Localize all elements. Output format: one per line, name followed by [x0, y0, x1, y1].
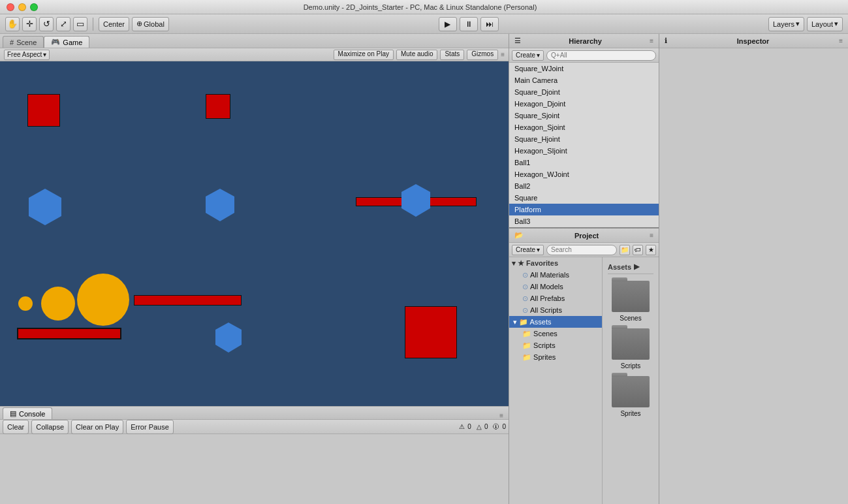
project-subfolder-item[interactable]: 📁 Scripts: [509, 339, 602, 351]
asset-item[interactable]: Sprites: [608, 376, 653, 417]
hierarchy-project-column: ☰ Hierarchy ≡ Create ▾ Square_WJointMain…: [509, 34, 659, 504]
fullscreen-button[interactable]: [30, 3, 38, 11]
tab-scene[interactable]: # Scene: [3, 36, 44, 48]
pause-button[interactable]: ⏸: [460, 17, 478, 31]
maximize-on-play-button[interactable]: Maximize on Play: [334, 50, 394, 60]
step-button[interactable]: ⏭: [480, 17, 499, 31]
red-square-2: [206, 94, 230, 119]
move-tool-button[interactable]: ✛: [22, 17, 37, 31]
hierarchy-icon: ☰: [514, 37, 521, 45]
tab-console[interactable]: ▤ Console: [3, 407, 52, 419]
inspector-icon: ℹ: [665, 37, 667, 45]
hierarchy-item[interactable]: Square_WJoint: [509, 63, 659, 74]
console-info-count: 0: [502, 423, 506, 430]
console-error-icon: ⚠: [459, 423, 465, 430]
hand-tool-button[interactable]: ✋: [5, 17, 20, 31]
panel-menu-icon[interactable]: ≡: [501, 51, 505, 58]
console-clear-on-play-button[interactable]: Clear on Play: [71, 420, 123, 434]
project-section: 📂 Project ≡ Create ▾ 📁 🏷 ★ ▾ ★ F: [509, 227, 659, 504]
game-view: [0, 61, 509, 406]
project-create-button[interactable]: Create ▾: [512, 245, 544, 255]
hierarchy-item[interactable]: Main Camera: [509, 74, 659, 86]
project-assets-pane: Assets ▶ ScenesScriptsSprites: [603, 257, 659, 504]
play-button[interactable]: ▶: [439, 17, 457, 31]
console-toolbar: Clear Collapse Clear on Play Error Pause…: [0, 420, 509, 434]
console-error-pause-button[interactable]: Error Pause: [126, 420, 174, 434]
scale-tool-button[interactable]: ⤢: [56, 17, 71, 31]
hierarchy-item[interactable]: Ball1: [509, 157, 659, 168]
yellow-circle-medium: [41, 287, 75, 321]
project-filter-item[interactable]: ⊙ All Models: [509, 281, 602, 292]
project-filter-item[interactable]: ⊙ All Scripts: [509, 304, 602, 316]
center-button[interactable]: Center: [99, 17, 129, 31]
project-title: Project: [574, 232, 599, 240]
hierarchy-item[interactable]: Square_Sjoint: [509, 110, 659, 121]
project-subfolder-item[interactable]: 📁 Scenes: [509, 328, 602, 339]
hierarchy-create-button[interactable]: Create ▾: [512, 50, 544, 61]
mute-audio-button[interactable]: Mute audio: [396, 50, 437, 60]
project-panel-menu[interactable]: ≡: [650, 232, 653, 239]
hierarchy-item[interactable]: Ball3: [509, 215, 659, 227]
hierarchy-item[interactable]: Square_Djoint: [509, 86, 659, 98]
blue-hex-platform: [401, 184, 430, 217]
hierarchy-item[interactable]: Hexagon_Djoint: [509, 98, 659, 110]
project-tag-icon-btn[interactable]: 🏷: [633, 245, 643, 255]
tab-game[interactable]: 🎮 Game: [44, 36, 89, 48]
console-warning-count: 0: [484, 423, 488, 430]
layers-dropdown[interactable]: Layers ▾: [768, 17, 804, 31]
hierarchy-list: Square_WJointMain CameraSquare_DjointHex…: [509, 63, 659, 227]
stats-button[interactable]: Stats: [440, 50, 464, 60]
project-folder-item[interactable]: ▾ 📁 Assets: [509, 316, 602, 328]
hierarchy-header: ☰ Hierarchy ≡: [509, 34, 659, 48]
console-collapse-button[interactable]: Collapse: [31, 420, 69, 434]
hierarchy-item[interactable]: Square_Hjoint: [509, 133, 659, 145]
hierarchy-panel-menu[interactable]: ≡: [650, 37, 653, 44]
hierarchy-title: Hierarchy: [569, 37, 602, 45]
hierarchy-toolbar: Create ▾: [509, 48, 659, 63]
console-panel-menu[interactable]: ≡: [499, 412, 503, 419]
project-search-input[interactable]: [546, 245, 617, 255]
hierarchy-item[interactable]: Hexagon_WJoint: [509, 168, 659, 180]
red-square-1: [27, 94, 60, 127]
titlebar: Demo.unity - 2D_Joints_Starter - PC, Mac…: [0, 0, 848, 14]
project-content: ▾ ★ Favorites⊙ All Materials⊙ All Models…: [509, 257, 659, 504]
aspect-dropdown[interactable]: Free Aspect ▾: [4, 50, 50, 60]
console-panel: ▤ Console ≡ Clear Collapse Clear on Play…: [0, 406, 509, 504]
project-sidebar: ▾ ★ Favorites⊙ All Materials⊙ All Models…: [509, 257, 603, 504]
project-star-icon-btn[interactable]: ★: [646, 245, 656, 255]
layout-dropdown[interactable]: Layout ▾: [807, 17, 843, 31]
yellow-circle-large: [77, 274, 129, 326]
global-button[interactable]: ⊕ Global: [132, 17, 169, 31]
hierarchy-search-input[interactable]: [546, 50, 656, 61]
right-panels: ☰ Hierarchy ≡ Create ▾ Square_WJointMain…: [509, 34, 848, 504]
console-warning-icon: △: [477, 423, 482, 430]
project-folder-icon-btn[interactable]: 📁: [620, 245, 630, 255]
rect-tool-button[interactable]: ▭: [73, 17, 87, 31]
inspector-panel-menu[interactable]: ≡: [839, 37, 843, 44]
asset-item[interactable]: Scripts: [608, 328, 653, 370]
project-toolbar: Create ▾ 📁 🏷 ★: [509, 243, 659, 257]
game-icon: 🎮: [51, 38, 60, 46]
hierarchy-item[interactable]: Ball2: [509, 180, 659, 192]
inspector-content: [659, 48, 848, 504]
gizmos-button[interactable]: Gizmos: [467, 50, 498, 60]
project-filter-item[interactable]: ⊙ All Materials: [509, 269, 602, 281]
console-clear-button[interactable]: Clear: [3, 420, 29, 434]
toolbar-divider-1: [93, 18, 93, 31]
project-subfolder-item[interactable]: 📁 Sprites: [509, 351, 602, 363]
hierarchy-item[interactable]: Hexagon_Sjoint: [509, 121, 659, 133]
playback-controls: ▶ ⏸ ⏭: [172, 17, 766, 31]
rotate-tool-button[interactable]: ↺: [39, 17, 54, 31]
red-bar-mid: [134, 295, 242, 306]
minimize-button[interactable]: [18, 3, 26, 11]
scene-game-tabs: # Scene 🎮 Game: [0, 34, 509, 48]
hierarchy-item[interactable]: Hexagon_SIjoint: [509, 145, 659, 157]
project-filter-item[interactable]: ⊙ All Prefabs: [509, 292, 602, 304]
hierarchy-item[interactable]: Platform: [509, 204, 659, 215]
svg-marker-1: [206, 189, 234, 221]
console-icon: ▤: [10, 409, 16, 418]
asset-item[interactable]: Scenes: [608, 281, 653, 322]
hierarchy-item[interactable]: Square: [509, 192, 659, 204]
close-button[interactable]: [7, 3, 14, 11]
main-toolbar: ✋ ✛ ↺ ⤢ ▭ Center ⊕ Global ▶ ⏸ ⏭ Layers ▾…: [0, 14, 848, 34]
